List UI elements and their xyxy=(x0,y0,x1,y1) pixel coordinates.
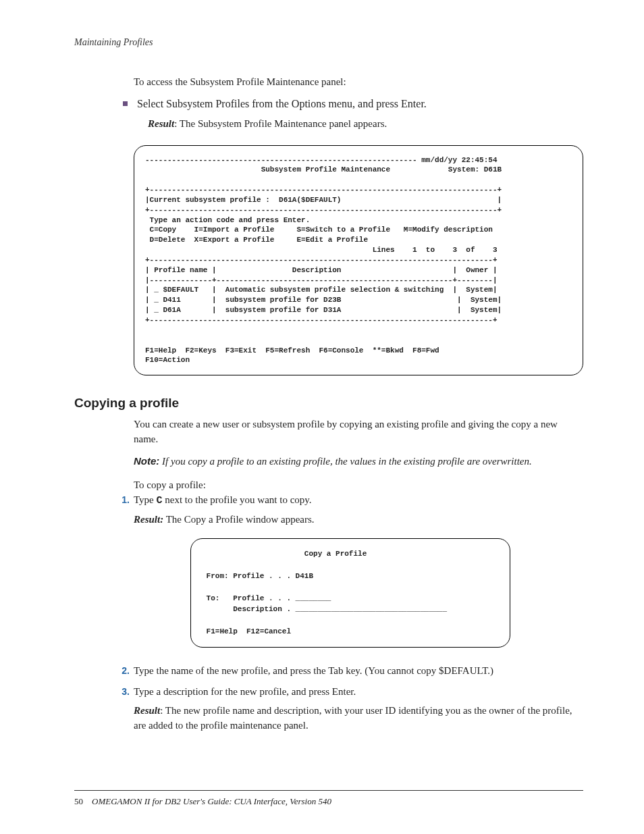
step-2-text: Type the name of the new profile, and pr… xyxy=(134,665,493,676)
bullet-text: Select Subsystem Profiles from the Optio… xyxy=(137,98,427,109)
note-body: If you copy a profile to an existing pro… xyxy=(162,456,532,467)
step-3: 3.Type a description for the new profile… xyxy=(116,685,583,733)
result-line: Result: The Subsystem Profile Maintenanc… xyxy=(148,117,583,132)
step-1: 1.Type C next to the profile you want to… xyxy=(116,493,583,648)
result-text: : The Subsystem Profile Maintenance pane… xyxy=(174,118,387,129)
step-number: 1. xyxy=(116,493,130,506)
step-3-result: Result: The new profile name and descrip… xyxy=(134,704,583,733)
footer-title: OMEGAMON II for DB2 User's Guide: CUA In… xyxy=(92,796,331,806)
step-1-code: C xyxy=(157,495,163,506)
step-3-text: Type a description for the new profile, … xyxy=(134,686,356,697)
result-text: The Copy a Profile window appears. xyxy=(163,514,314,525)
result-label: Result xyxy=(148,118,174,129)
result-label: Result xyxy=(134,705,160,716)
intro-line: To access the Subsystem Profile Maintena… xyxy=(134,75,583,90)
step-1-text-b: next to the profile you want to copy. xyxy=(163,494,312,505)
step-2: 2.Type the name of the new profile, and … xyxy=(116,664,583,679)
bullet-list: Select Subsystem Profiles from the Optio… xyxy=(123,98,583,110)
note-block: Note: If you copy a profile to an existi… xyxy=(134,454,583,469)
steps-list: 1.Type C next to the profile you want to… xyxy=(116,493,583,733)
terminal-panel-copy-profile: Copy a Profile From: Profile . . . D41B … xyxy=(190,538,510,648)
step-1-result: Result: The Copy a Profile window appear… xyxy=(134,513,583,527)
page-footer: 50 OMEGAMON II for DB2 User's Guide: CUA… xyxy=(74,790,583,807)
section-heading-copying: Copying a profile xyxy=(74,396,583,411)
note-label: Note: xyxy=(134,455,159,467)
section-paragraph-2: To copy a profile: xyxy=(134,478,583,493)
step-number: 2. xyxy=(116,664,130,677)
page-number: 50 xyxy=(74,796,83,806)
section-paragraph-1: You can create a new user or subsystem p… xyxy=(134,417,583,447)
step-1-text-a: Type xyxy=(134,494,157,505)
result-text: : The new profile name and description, … xyxy=(134,705,572,731)
bullet-item: Select Subsystem Profiles from the Optio… xyxy=(123,98,583,110)
terminal-panel-subsystem-profile: ----------------------------------------… xyxy=(134,145,583,376)
result-label: Result: xyxy=(134,514,163,525)
running-header: Maintaining Profiles xyxy=(74,37,583,48)
step-number: 3. xyxy=(116,685,130,698)
